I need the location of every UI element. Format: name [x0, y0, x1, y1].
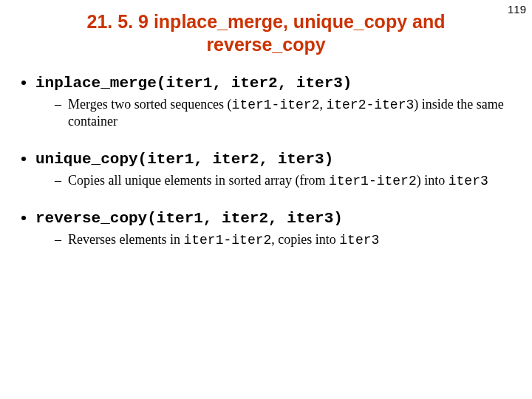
sub-text: Reverses elements in — [68, 232, 183, 247]
function-signature: reverse_copy(iter1, iter2, iter3) — [35, 210, 343, 227]
sub-list-item: Reverses elements in iter1-iter2, copies… — [55, 231, 514, 249]
list-item: reverse_copy(iter1, iter2, iter3) Revers… — [35, 208, 514, 249]
page-number: 119 — [508, 3, 526, 16]
sub-list: Copies all unique elements in sorted arr… — [35, 172, 514, 190]
sub-list: Reverses elements in iter1-iter2, copies… — [35, 231, 514, 249]
sub-text: Copies all unique elements in sorted arr… — [68, 173, 329, 188]
code-span: iter1-iter2 — [232, 98, 320, 112]
sub-list-item: Merges two sorted sequences (iter1-iter2… — [55, 96, 514, 130]
code-span: iter2-iter3 — [326, 98, 414, 112]
code-span: iter3 — [449, 174, 488, 188]
bullet-list: inplace_merge(iter1, iter2, iter3) Merge… — [35, 73, 532, 249]
slide-title: 21. 5. 9 inplace_merge, unique_copy and … — [59, 10, 473, 57]
code-span: iter3 — [339, 233, 379, 248]
code-span: iter1-iter2 — [183, 233, 271, 248]
sub-text: ) into — [417, 173, 449, 188]
sub-list: Merges two sorted sequences (iter1-iter2… — [35, 96, 514, 130]
sub-text: , copies into — [271, 232, 339, 247]
sub-list-item: Copies all unique elements in sorted arr… — [55, 172, 514, 190]
function-signature: inplace_merge(iter1, iter2, iter3) — [35, 75, 352, 92]
function-signature: unique_copy(iter1, iter2, iter3) — [35, 151, 333, 168]
list-item: unique_copy(iter1, iter2, iter3) Copies … — [35, 149, 514, 190]
sub-text: Merges two sorted sequences ( — [68, 97, 232, 112]
list-item: inplace_merge(iter1, iter2, iter3) Merge… — [35, 73, 514, 130]
code-span: iter1-iter2 — [329, 174, 417, 188]
